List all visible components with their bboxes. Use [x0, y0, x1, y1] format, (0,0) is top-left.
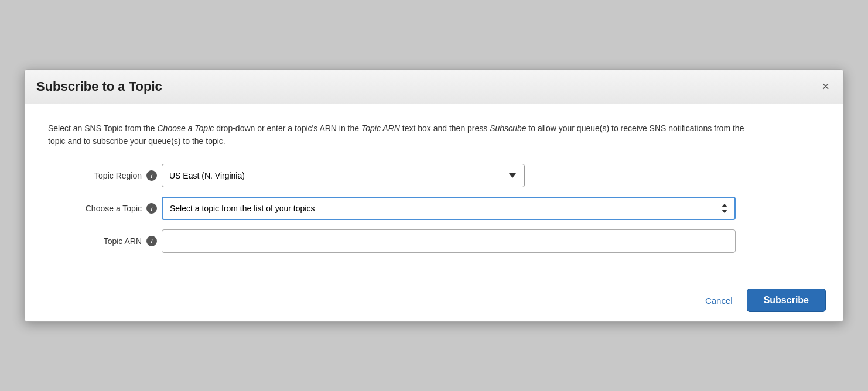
choose-topic-info-icon[interactable]: i: [146, 203, 157, 214]
choose-topic-label: Choose a Topic: [48, 204, 142, 213]
desc-italic-arn: Topic ARN: [361, 124, 400, 133]
cancel-button[interactable]: Cancel: [698, 291, 740, 310]
description-text: Select an SNS Topic from the Choose a To…: [48, 122, 751, 148]
topic-arn-row: Topic ARN i: [48, 229, 820, 253]
modal-header: Subscribe to a Topic ×: [25, 70, 843, 104]
topic-arn-control: [162, 229, 736, 253]
topic-arn-info-icon[interactable]: i: [146, 236, 157, 246]
form-section: Topic Region i US East (N. Virginia) US …: [48, 164, 820, 253]
choose-topic-row: Choose a Topic i Select a topic from the…: [48, 197, 820, 220]
desc-text-1: Select an SNS Topic from the: [48, 124, 158, 133]
close-button[interactable]: ×: [819, 80, 832, 93]
subscribe-button[interactable]: Subscribe: [747, 289, 826, 312]
topic-region-row: Topic Region i US East (N. Virginia) US …: [48, 164, 820, 187]
topic-region-control: US East (N. Virginia) US West (N. Califo…: [162, 164, 736, 187]
modal-body: Select an SNS Topic from the Choose a To…: [25, 104, 843, 279]
topic-region-select[interactable]: US East (N. Virginia) US West (N. Califo…: [162, 164, 525, 187]
topic-arn-input[interactable]: [162, 229, 736, 253]
choose-topic-control: Select a topic from the list of your top…: [162, 197, 736, 220]
desc-text-2: drop-down or enter a topic's ARN in the: [214, 124, 361, 133]
topic-region-label: Topic Region: [48, 171, 142, 180]
modal-footer: Cancel Subscribe: [25, 279, 843, 321]
desc-text-3: text box and then press: [400, 124, 490, 133]
modal-dialog: Subscribe to a Topic × Select an SNS Top…: [24, 69, 844, 323]
modal-title: Subscribe to a Topic: [36, 79, 162, 94]
desc-italic-subscribe: Subscribe: [490, 124, 526, 133]
desc-italic-choose: Choose a Topic: [158, 124, 214, 133]
topic-arn-label: Topic ARN: [48, 236, 142, 246]
modal-overlay: Subscribe to a Topic × Select an SNS Top…: [0, 0, 868, 391]
topic-region-info-icon[interactable]: i: [146, 170, 157, 181]
choose-topic-select[interactable]: Select a topic from the list of your top…: [162, 197, 736, 220]
